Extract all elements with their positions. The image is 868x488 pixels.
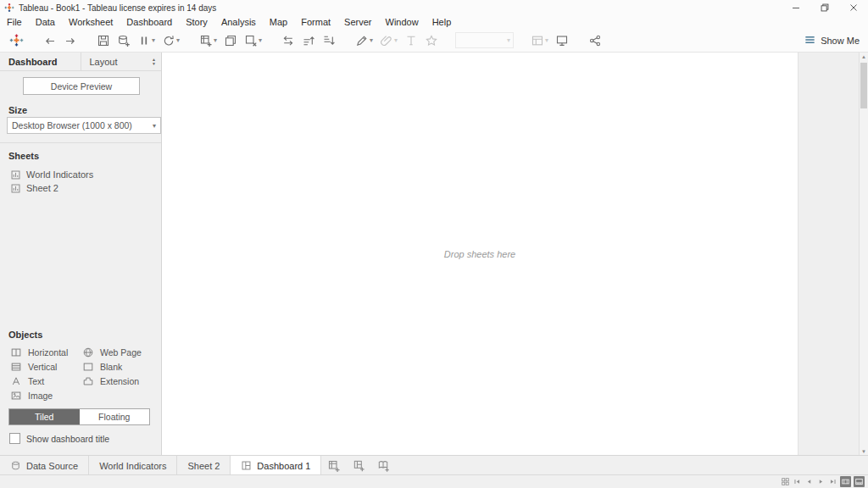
scroll-up-icon[interactable]: ▲ — [860, 53, 868, 60]
star-icon — [425, 34, 438, 47]
menu-dashboard[interactable]: Dashboard — [126, 17, 172, 27]
new-worksheet-button[interactable]: ▾ — [197, 32, 220, 49]
window-title: Tableau - Book1 - Tableau license expire… — [19, 3, 216, 13]
fix-axes-button[interactable] — [422, 32, 441, 49]
close-button[interactable] — [839, 0, 868, 15]
share-workbook-button[interactable] — [586, 32, 604, 49]
object-text[interactable]: Text — [10, 375, 82, 387]
size-section-label: Size — [8, 105, 27, 115]
show-filmstrip-button[interactable] — [840, 476, 851, 487]
menu-analysis[interactable]: Analysis — [221, 17, 256, 27]
minimize-button[interactable] — [782, 0, 810, 15]
sort-descending-button[interactable] — [320, 32, 338, 49]
checkbox-box[interactable] — [9, 433, 20, 444]
scrollbar-thumb[interactable] — [860, 63, 867, 108]
new-story-tab-button[interactable] — [371, 456, 396, 475]
redo-button[interactable] — [61, 32, 80, 49]
object-horizontal[interactable]: Horizontal — [10, 347, 82, 358]
device-preview-button[interactable]: Device Preview — [23, 77, 140, 95]
dropdown-caret-icon[interactable]: ▾ — [152, 36, 155, 44]
obj-horizontal-icon — [10, 347, 22, 358]
menu-file[interactable]: File — [7, 17, 22, 27]
dropdown-caret-icon[interactable]: ▾ — [545, 36, 548, 44]
first-sheet-button[interactable] — [793, 477, 802, 486]
object-label: Vertical — [28, 362, 57, 372]
redo-icon — [64, 34, 77, 47]
show-tabs-button[interactable] — [854, 476, 865, 487]
menu-story[interactable]: Story — [186, 17, 208, 27]
new-worksheet-tab-button[interactable] — [321, 456, 347, 475]
vertical-scrollbar[interactable]: ▲ ▼ — [859, 53, 868, 456]
sheet-tab-sheet-2[interactable]: Sheet 2 — [177, 456, 231, 475]
sheet-tabbar: Data SourceWorld IndicatorsSheet 2Dashbo… — [0, 455, 868, 475]
tab-layout[interactable]: Layout ▲▼ — [81, 53, 162, 70]
new-data-source-button[interactable] — [114, 32, 133, 49]
obj-webpage-icon — [82, 347, 94, 358]
minimize-icon — [790, 2, 802, 14]
tableau-logo-button[interactable] — [7, 31, 26, 49]
undo-button[interactable] — [41, 32, 59, 49]
sheets-list: World IndicatorsSheet 2 — [10, 168, 158, 195]
duplicate-icon — [224, 34, 237, 47]
object-extension[interactable]: Extension — [82, 375, 154, 387]
menu-data[interactable]: Data — [36, 17, 55, 27]
duplicate-button[interactable] — [221, 32, 240, 49]
show-mark-labels-button[interactable] — [402, 32, 420, 49]
save-icon — [97, 34, 110, 47]
object-vertical[interactable]: Vertical — [10, 361, 82, 373]
menu-server[interactable]: Server — [344, 17, 371, 27]
menu-map[interactable]: Map — [270, 17, 287, 27]
paperclip-icon — [380, 34, 393, 47]
placement-tiled-button[interactable]: Tiled — [9, 409, 80, 424]
restore-button[interactable] — [810, 0, 839, 15]
show-me-button[interactable]: Show Me — [804, 34, 861, 47]
object-image[interactable]: Image — [10, 390, 82, 402]
sheet-tab-data-source[interactable]: Data Source — [0, 456, 89, 475]
menu-help[interactable]: Help — [432, 17, 452, 27]
menu-window[interactable]: Window — [386, 17, 419, 27]
group-members-button[interactable]: ▾ — [377, 32, 400, 49]
save-button[interactable] — [94, 32, 113, 49]
object-blank[interactable]: Blank — [82, 361, 154, 373]
sheet-item-world-indicators[interactable]: World Indicators — [10, 168, 158, 181]
restore-icon — [819, 2, 831, 14]
size-selector[interactable]: Desktop Browser (1000 x 800) ▾ — [7, 117, 161, 134]
dropdown-caret-icon[interactable]: ▾ — [394, 36, 398, 44]
sheet-tab-dashboard-1[interactable]: Dashboard 1 — [231, 456, 321, 475]
highlight-button[interactable]: ▾ — [353, 32, 376, 49]
sheet-item-sheet-2[interactable]: Sheet 2 — [10, 181, 158, 195]
scroll-down-icon[interactable]: ▼ — [860, 448, 868, 455]
last-sheet-button[interactable] — [828, 477, 837, 486]
dashboard-canvas[interactable]: Drop sheets here — [162, 53, 798, 456]
next-sheet-button[interactable] — [816, 477, 826, 486]
menu-format[interactable]: Format — [301, 17, 331, 27]
new-dashboard-tab-button[interactable] — [347, 456, 371, 475]
pause-auto-updates-button[interactable]: ▾ — [135, 32, 158, 49]
fit-selector[interactable]: ▾ — [455, 32, 514, 48]
tab-dashboard[interactable]: Dashboard — [0, 53, 81, 70]
show-hide-cards-button[interactable]: ▾ — [528, 32, 551, 49]
show-sheet-sorter-button[interactable] — [781, 477, 790, 486]
menu-worksheet[interactable]: Worksheet — [69, 17, 113, 27]
run-auto-updates-button[interactable]: ▾ — [159, 32, 182, 49]
show-dashboard-title-checkbox[interactable]: Show dashboard title — [9, 433, 109, 444]
pen-icon — [355, 34, 369, 47]
obj-image-icon — [10, 390, 22, 402]
obj-vertical-icon — [10, 361, 22, 373]
dropdown-caret-icon[interactable]: ▾ — [370, 36, 373, 44]
dropdown-caret-icon[interactable]: ▾ — [214, 36, 217, 44]
dropdown-caret-icon[interactable]: ▾ — [176, 36, 180, 44]
previous-sheet-button[interactable] — [804, 477, 814, 486]
object-webpage[interactable]: Web Page — [82, 347, 154, 358]
chevron-down-icon: ▾ — [153, 122, 156, 130]
close-icon — [848, 2, 860, 14]
dropdown-caret-icon[interactable]: ▾ — [259, 36, 262, 44]
presentation-mode-button[interactable] — [553, 32, 571, 49]
swap-rows-columns-button[interactable] — [279, 32, 298, 49]
sort-ascending-button[interactable] — [299, 32, 318, 49]
undo-icon — [43, 34, 57, 47]
placement-floating-button[interactable]: Floating — [80, 409, 150, 424]
newsheet-icon — [327, 459, 341, 473]
sheet-tab-world-indicators[interactable]: World Indicators — [89, 456, 177, 475]
clear-sheet-button[interactable]: ▾ — [242, 32, 264, 49]
